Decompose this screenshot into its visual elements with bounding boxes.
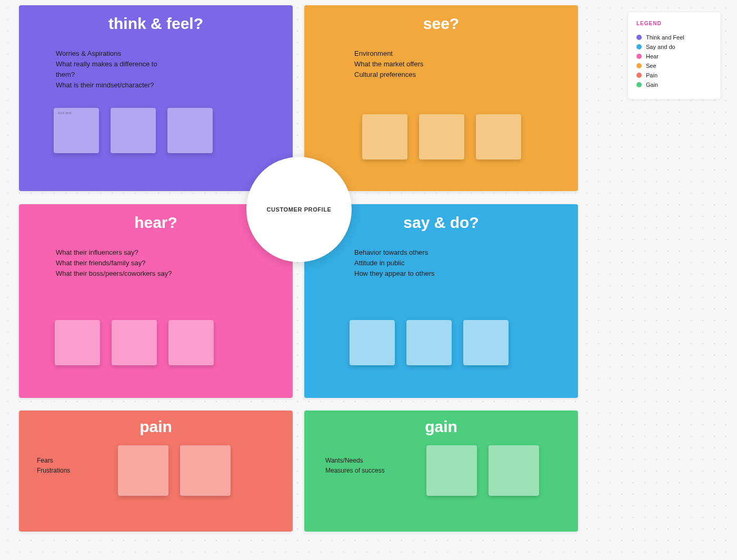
- legend-item-hear: Hear: [636, 52, 712, 61]
- prompt-line: Cultural preferences: [354, 69, 462, 80]
- center-label: CUSTOMER PROFILE: [266, 206, 331, 213]
- sticky-placeholder: Add text: [58, 111, 72, 115]
- sticky-row: [362, 114, 521, 159]
- sticky-note[interactable]: [419, 114, 464, 159]
- sticky-note[interactable]: [118, 445, 168, 496]
- sticky-note[interactable]: Add text: [54, 108, 99, 153]
- legend-item-see: See: [636, 61, 712, 71]
- quadrant-prompts: Worries & Aspirations What really makes …: [19, 33, 177, 91]
- sticky-note[interactable]: [489, 445, 539, 496]
- legend-item-gain: Gain: [636, 80, 712, 89]
- prompt-line: What their influencers say?: [56, 247, 177, 258]
- quadrant-title: see?: [304, 5, 578, 33]
- prompt-line: Behavior towards others: [354, 247, 462, 258]
- sticky-note[interactable]: [55, 320, 100, 365]
- prompt-line: What their boss/peers/coworkers say?: [56, 268, 177, 279]
- color-swatch-icon: [636, 35, 642, 40]
- sticky-note[interactable]: [463, 320, 509, 365]
- sticky-note[interactable]: [426, 445, 477, 496]
- quadrant-title: pain: [19, 411, 293, 436]
- prompt-line: What their friends/family say?: [56, 258, 177, 268]
- sticky-note[interactable]: [406, 320, 452, 365]
- sticky-note[interactable]: [111, 108, 156, 153]
- prompt-line: What really makes a difference to them?: [56, 59, 177, 80]
- legend-panel: LEGEND Think and Feel Say and do Hear Se…: [628, 12, 721, 99]
- legend-item-say-do: Say and do: [636, 42, 712, 52]
- sticky-row: [118, 445, 231, 496]
- quadrant-prompts: What their influencers say? What their f…: [19, 232, 177, 279]
- quadrant-prompts: Environment What the market offers Cultu…: [304, 33, 462, 80]
- prompt-line: What is their mindset/character?: [56, 80, 177, 91]
- legend-label: Gain: [646, 82, 658, 88]
- legend-title: LEGEND: [636, 21, 712, 26]
- sticky-note[interactable]: [350, 320, 395, 365]
- legend-item-pain: Pain: [636, 71, 712, 80]
- color-swatch-icon: [636, 82, 642, 87]
- prompt-line: What the market offers: [354, 59, 462, 69]
- legend-label: Pain: [646, 72, 658, 78]
- quadrant-think-feel[interactable]: think & feel? Worries & Aspirations What…: [19, 5, 293, 191]
- sticky-note[interactable]: [167, 108, 213, 153]
- color-swatch-icon: [636, 73, 642, 78]
- prompt-line: Attitude in public: [354, 258, 462, 268]
- prompt-line: Environment: [354, 48, 462, 59]
- sticky-note[interactable]: [476, 114, 521, 159]
- sticky-row: Add text: [54, 108, 213, 153]
- legend-label: Say and do: [646, 44, 675, 50]
- prompt-line: How they appear to others: [354, 268, 462, 279]
- legend-label: See: [646, 63, 656, 69]
- customer-profile-circle[interactable]: CUSTOMER PROFILE: [246, 157, 352, 262]
- legend-label: Hear: [646, 53, 659, 59]
- quadrant-gain[interactable]: gain Wants/Needs Measures of success: [304, 411, 578, 532]
- sticky-row: [350, 320, 509, 365]
- sticky-note[interactable]: [168, 320, 214, 365]
- quadrant-pain[interactable]: pain Fears Frustrations: [19, 411, 293, 532]
- quadrant-see[interactable]: see? Environment What the market offers …: [304, 5, 578, 191]
- color-swatch-icon: [636, 63, 642, 68]
- quadrant-title: think & feel?: [19, 5, 293, 33]
- sticky-note[interactable]: [362, 114, 407, 159]
- quadrant-title: gain: [304, 411, 578, 436]
- legend-item-think-feel: Think and Feel: [636, 33, 712, 42]
- color-swatch-icon: [636, 54, 642, 59]
- color-swatch-icon: [636, 44, 642, 49]
- sticky-note[interactable]: [112, 320, 157, 365]
- sticky-row: [426, 445, 539, 496]
- prompt-line: Worries & Aspirations: [56, 48, 177, 59]
- sticky-note[interactable]: [180, 445, 231, 496]
- legend-label: Think and Feel: [646, 34, 684, 41]
- empathy-map-canvas[interactable]: think & feel? Worries & Aspirations What…: [19, 5, 577, 553]
- sticky-row: [55, 320, 214, 365]
